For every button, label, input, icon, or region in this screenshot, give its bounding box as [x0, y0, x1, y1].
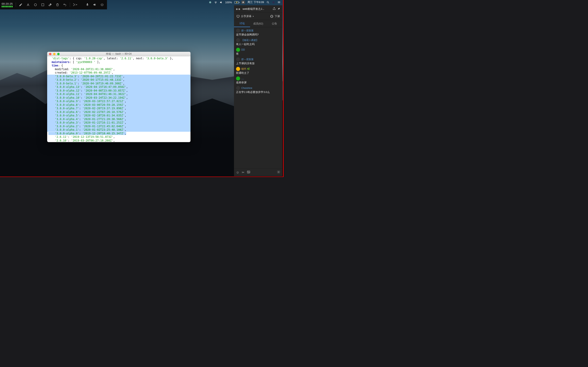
wifi-icon[interactable]	[214, 1, 217, 4]
spotlight-icon[interactable]	[267, 1, 269, 4]
message-text: 上节课的没有放	[236, 62, 280, 65]
message-username: 【烟花☆易逝】	[241, 39, 259, 42]
chat-message: 群～星陨落 这节课会放网易吗?	[236, 29, 280, 36]
avatar	[236, 29, 240, 33]
image-icon[interactable]	[247, 170, 250, 175]
avatar	[236, 48, 240, 52]
volume-icon[interactable]	[220, 1, 223, 4]
trash-tool-icon[interactable]	[54, 1, 61, 8]
message-text: 有人一起吃土吗	[236, 43, 280, 46]
text-tool-icon[interactable]	[25, 1, 31, 8]
message-username: 噫哼.🌿	[241, 67, 250, 71]
tab-members[interactable]: 成员(62)	[250, 20, 266, 27]
terminal-title: 终端 — -bash — 80×24	[47, 52, 190, 56]
terminal-output[interactable]: 'dist-tags': { csp: '1.0.28-csp', latest…	[47, 56, 190, 142]
recording-timer: 00:20:25	[2, 2, 13, 7]
svg-point-0	[34, 3, 36, 6]
eraser-tool-icon[interactable]	[47, 1, 53, 8]
message-username: ....	[241, 77, 244, 80]
avatar	[236, 57, 240, 61]
chat-header: web前端开发之J...	[234, 5, 282, 13]
circle-tool-icon[interactable]	[32, 1, 39, 8]
pin-icon[interactable]	[277, 7, 280, 11]
svg-rect-5	[237, 15, 239, 17]
battery-icon: ⚡	[234, 1, 239, 3]
message-text: 有	[236, 52, 280, 56]
chat-message: DD 有	[236, 48, 280, 56]
chat-tabs: 讨论 成员(62) 公告	[234, 20, 282, 27]
pencil-tool-icon[interactable]	[17, 1, 24, 8]
svg-point-4	[272, 1, 275, 3]
chat-message: .... 老师录屏	[236, 76, 280, 84]
timer-value: 00:20:25	[2, 2, 13, 5]
message-text: 联通吃土了	[236, 71, 280, 75]
emoji-icon[interactable]: ☺	[236, 171, 239, 174]
menubar-app-icon[interactable]	[209, 1, 212, 4]
chat-title: web前端开发之J...	[242, 7, 271, 11]
avatar	[236, 86, 240, 90]
menubar-datetime[interactable]: 周三 下午8:09	[247, 0, 264, 4]
svg-point-9	[278, 171, 279, 172]
end-class-button[interactable]: 下课	[270, 15, 280, 18]
message-username: 群～星陨落	[241, 58, 254, 61]
share-screen-button[interactable]: 分享屏幕 ▾	[236, 15, 254, 18]
terminal-titlebar[interactable]: 终端 — -bash — 80×24	[47, 52, 190, 56]
chat-message: 【烟花☆易逝】 有人一起吃土吗	[236, 38, 280, 46]
chat-message-list[interactable]: 群～星陨落 这节课会放网易吗? 【烟花☆易逝】 有人一起吃土吗 DD 有 群～星…	[234, 27, 282, 168]
speaker-icon[interactable]	[91, 1, 98, 8]
notification-center-icon[interactable]	[277, 1, 281, 4]
chat-window-dots	[236, 7, 241, 11]
avatar	[236, 67, 240, 71]
share-screen-label: 分享屏幕	[241, 15, 251, 18]
avatar	[236, 38, 240, 42]
chat-input-bar: ☺ ✂	[234, 168, 282, 176]
scissors-tool-icon[interactable]: ▾	[72, 1, 78, 8]
power-icon[interactable]	[99, 1, 105, 8]
chat-panel: web前端开发之J... 分享屏幕 ▾ 下课 讨论 成员(62) 公告 群～星陨…	[234, 5, 282, 176]
chat-message: Choishine 正在学2.0有必要放弃学3.0么	[236, 86, 280, 94]
svg-rect-1	[42, 3, 44, 6]
svg-point-2	[209, 1, 211, 3]
recording-level-bars	[2, 6, 13, 7]
battery-percent: 100%	[225, 1, 232, 4]
message-text: 正在学2.0有必要放弃学3.0么	[236, 91, 280, 94]
message-text: 这节课会放网易吗?	[236, 33, 280, 36]
mic-icon[interactable]	[84, 1, 91, 8]
square-tool-icon[interactable]	[40, 1, 46, 8]
undo-tool-icon[interactable]	[62, 1, 68, 8]
tab-discuss[interactable]: 讨论	[234, 20, 250, 27]
terminal-window[interactable]: 终端 — -bash — 80×24 'dist-tags': { csp: '…	[47, 52, 190, 142]
chat-message: 噫哼.🌿 联通吃土了	[236, 67, 280, 75]
end-class-label: 下课	[275, 15, 280, 18]
scissors-clip-icon[interactable]: ✂	[242, 170, 244, 174]
chat-message: 群～星陨落 上节课的没有放	[236, 57, 280, 65]
svg-point-8	[248, 171, 249, 172]
siri-icon[interactable]	[272, 1, 275, 4]
macos-menubar: 100% ⚡ A 周三 下午8:09	[206, 0, 283, 4]
svg-point-3	[267, 1, 269, 3]
message-text: 老师录屏	[236, 81, 280, 84]
message-username: 群～星陨落	[241, 29, 254, 33]
chat-subbar: 分享屏幕 ▾ 下课	[234, 13, 282, 20]
avatar	[236, 76, 240, 81]
message-username: Choishine	[241, 87, 252, 90]
recording-toolbar: 00:20:25 ▾	[0, 0, 107, 9]
settings-gear-icon[interactable]	[277, 170, 280, 175]
tab-announce[interactable]: 公告	[266, 20, 282, 27]
message-username: DD	[241, 48, 245, 51]
share-icon[interactable]	[273, 7, 276, 11]
input-source-badge[interactable]: A	[241, 1, 245, 4]
